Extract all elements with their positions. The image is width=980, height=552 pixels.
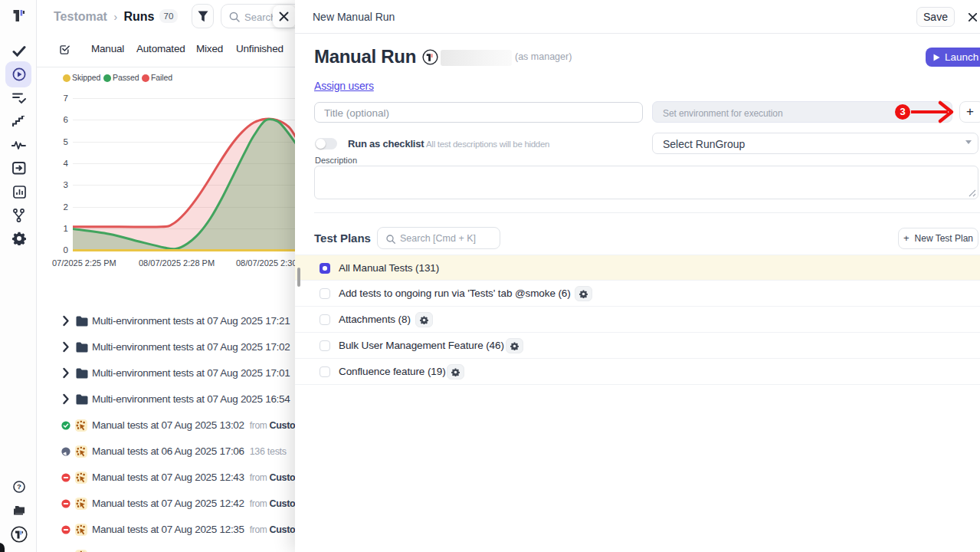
svg-text:?: ?	[17, 482, 21, 491]
